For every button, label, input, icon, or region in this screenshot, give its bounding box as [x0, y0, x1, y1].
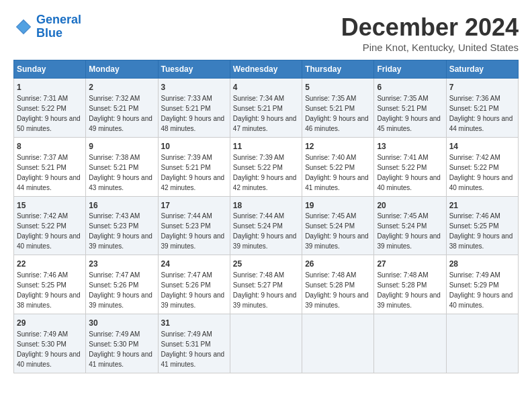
- title-area: December 2024 Pine Knot, Kentucky, Unite…: [341, 13, 519, 53]
- day-detail: Sunrise: 7:46 AM Sunset: 5:25 PM Dayligh…: [17, 271, 81, 309]
- logo-line1: General: [36, 13, 81, 26]
- main-title: December 2024: [341, 13, 519, 42]
- day-number: 29: [17, 318, 83, 329]
- day-detail: Sunrise: 7:38 AM Sunset: 5:21 PM Dayligh…: [89, 154, 152, 191]
- day-detail: Sunrise: 7:48 AM Sunset: 5:28 PM Dayligh…: [377, 271, 441, 309]
- day-detail: Sunrise: 7:41 AM Sunset: 5:22 PM Dayligh…: [377, 154, 441, 191]
- calendar-cell: 20Sunrise: 7:45 AM Sunset: 5:24 PM Dayli…: [374, 196, 446, 255]
- day-number: 19: [305, 200, 371, 212]
- header: General Blue December 2024 Pine Knot, Ke…: [13, 13, 519, 53]
- day-detail: Sunrise: 7:34 AM Sunset: 5:21 PM Dayligh…: [233, 95, 297, 132]
- logo-line2: Blue: [36, 26, 62, 40]
- day-detail: Sunrise: 7:45 AM Sunset: 5:24 PM Dayligh…: [377, 212, 441, 250]
- day-detail: Sunrise: 7:43 AM Sunset: 5:23 PM Dayligh…: [89, 212, 152, 250]
- logo-text: General Blue: [36, 13, 81, 40]
- calendar-cell: 13Sunrise: 7:41 AM Sunset: 5:22 PM Dayli…: [374, 137, 446, 196]
- day-detail: Sunrise: 7:33 AM Sunset: 5:21 PM Dayligh…: [161, 95, 225, 132]
- day-header-thursday: Thursday: [302, 60, 374, 79]
- day-header-sunday: Sunday: [14, 60, 86, 79]
- day-detail: Sunrise: 7:37 AM Sunset: 5:21 PM Dayligh…: [17, 154, 81, 191]
- calendar-cell: 25Sunrise: 7:48 AM Sunset: 5:27 PM Dayli…: [230, 255, 302, 314]
- day-detail: Sunrise: 7:32 AM Sunset: 5:21 PM Dayligh…: [89, 95, 152, 132]
- calendar-cell: [230, 314, 302, 373]
- day-number: 30: [89, 318, 154, 329]
- calendar-cell: 16Sunrise: 7:43 AM Sunset: 5:23 PM Dayli…: [86, 196, 158, 255]
- calendar-cell: 27Sunrise: 7:48 AM Sunset: 5:28 PM Dayli…: [374, 255, 446, 314]
- calendar-cell: 15Sunrise: 7:42 AM Sunset: 5:22 PM Dayli…: [14, 196, 86, 255]
- day-detail: Sunrise: 7:46 AM Sunset: 5:25 PM Dayligh…: [449, 212, 513, 250]
- day-header-monday: Monday: [86, 60, 158, 79]
- calendar-cell: 2Sunrise: 7:32 AM Sunset: 5:21 PM Daylig…: [86, 79, 158, 138]
- day-number: 8: [17, 141, 83, 152]
- week-row-5: 29Sunrise: 7:49 AM Sunset: 5:30 PM Dayli…: [14, 314, 519, 373]
- day-number: 20: [377, 200, 443, 212]
- day-number: 1: [17, 82, 83, 93]
- week-row-4: 22Sunrise: 7:46 AM Sunset: 5:25 PM Dayli…: [14, 255, 519, 314]
- calendar-cell: 21Sunrise: 7:46 AM Sunset: 5:25 PM Dayli…: [446, 196, 518, 255]
- calendar-cell: 26Sunrise: 7:48 AM Sunset: 5:28 PM Dayli…: [302, 255, 374, 314]
- day-number: 22: [17, 259, 83, 270]
- day-number: 16: [89, 200, 154, 212]
- calendar-cell: [446, 314, 518, 373]
- calendar-header: SundayMondayTuesdayWednesdayThursdayFrid…: [14, 60, 519, 79]
- calendar-cell: 11Sunrise: 7:39 AM Sunset: 5:22 PM Dayli…: [230, 137, 302, 196]
- day-number: 26: [305, 259, 371, 270]
- day-number: 17: [161, 200, 227, 212]
- day-detail: Sunrise: 7:31 AM Sunset: 5:22 PM Dayligh…: [17, 95, 81, 132]
- day-detail: Sunrise: 7:42 AM Sunset: 5:22 PM Dayligh…: [17, 212, 81, 250]
- day-header-saturday: Saturday: [446, 60, 518, 79]
- calendar-cell: 5Sunrise: 7:35 AM Sunset: 5:21 PM Daylig…: [302, 79, 374, 138]
- calendar-cell: 6Sunrise: 7:35 AM Sunset: 5:21 PM Daylig…: [374, 79, 446, 138]
- calendar-cell: 17Sunrise: 7:44 AM Sunset: 5:23 PM Dayli…: [158, 196, 230, 255]
- calendar-cell: 23Sunrise: 7:47 AM Sunset: 5:26 PM Dayli…: [86, 255, 158, 314]
- subtitle: Pine Knot, Kentucky, United States: [341, 42, 519, 53]
- week-row-1: 1Sunrise: 7:31 AM Sunset: 5:22 PM Daylig…: [14, 79, 519, 138]
- day-number: 28: [449, 259, 515, 270]
- day-header-tuesday: Tuesday: [158, 60, 230, 79]
- calendar-cell: [374, 314, 446, 373]
- calendar-cell: 28Sunrise: 7:49 AM Sunset: 5:29 PM Dayli…: [446, 255, 518, 314]
- day-header-wednesday: Wednesday: [230, 60, 302, 79]
- calendar-cell: 7Sunrise: 7:36 AM Sunset: 5:21 PM Daylig…: [446, 79, 518, 138]
- day-detail: Sunrise: 7:48 AM Sunset: 5:27 PM Dayligh…: [233, 271, 297, 309]
- calendar-cell: [302, 314, 374, 373]
- day-detail: Sunrise: 7:35 AM Sunset: 5:21 PM Dayligh…: [377, 95, 441, 132]
- calendar-cell: 10Sunrise: 7:39 AM Sunset: 5:21 PM Dayli…: [158, 137, 230, 196]
- day-detail: Sunrise: 7:49 AM Sunset: 5:30 PM Dayligh…: [89, 330, 152, 368]
- week-row-2: 8Sunrise: 7:37 AM Sunset: 5:21 PM Daylig…: [14, 137, 519, 196]
- day-detail: Sunrise: 7:35 AM Sunset: 5:21 PM Dayligh…: [305, 95, 369, 132]
- day-number: 21: [449, 200, 515, 212]
- day-detail: Sunrise: 7:47 AM Sunset: 5:26 PM Dayligh…: [89, 271, 152, 309]
- calendar-cell: 19Sunrise: 7:45 AM Sunset: 5:24 PM Dayli…: [302, 196, 374, 255]
- calendar-cell: 12Sunrise: 7:40 AM Sunset: 5:22 PM Dayli…: [302, 137, 374, 196]
- day-detail: Sunrise: 7:48 AM Sunset: 5:28 PM Dayligh…: [305, 271, 369, 309]
- day-number: 13: [377, 141, 443, 152]
- calendar-cell: 30Sunrise: 7:49 AM Sunset: 5:30 PM Dayli…: [86, 314, 158, 373]
- day-detail: Sunrise: 7:44 AM Sunset: 5:23 PM Dayligh…: [161, 212, 225, 250]
- day-detail: Sunrise: 7:36 AM Sunset: 5:21 PM Dayligh…: [449, 95, 513, 132]
- day-detail: Sunrise: 7:49 AM Sunset: 5:29 PM Dayligh…: [449, 271, 513, 309]
- calendar-cell: 1Sunrise: 7:31 AM Sunset: 5:22 PM Daylig…: [14, 79, 86, 138]
- calendar-cell: 18Sunrise: 7:44 AM Sunset: 5:24 PM Dayli…: [230, 196, 302, 255]
- day-number: 9: [89, 141, 154, 152]
- day-number: 2: [89, 82, 154, 93]
- day-detail: Sunrise: 7:39 AM Sunset: 5:22 PM Dayligh…: [233, 154, 297, 191]
- calendar-table: SundayMondayTuesdayWednesdayThursdayFrid…: [13, 60, 519, 373]
- calendar-cell: 9Sunrise: 7:38 AM Sunset: 5:21 PM Daylig…: [86, 137, 158, 196]
- day-detail: Sunrise: 7:42 AM Sunset: 5:22 PM Dayligh…: [449, 154, 513, 191]
- calendar-cell: 29Sunrise: 7:49 AM Sunset: 5:30 PM Dayli…: [14, 314, 86, 373]
- day-number: 7: [449, 82, 515, 93]
- day-number: 18: [233, 200, 299, 212]
- day-number: 10: [161, 141, 227, 152]
- day-number: 23: [89, 259, 154, 270]
- day-number: 31: [161, 318, 227, 329]
- day-header-friday: Friday: [374, 60, 446, 79]
- day-detail: Sunrise: 7:44 AM Sunset: 5:24 PM Dayligh…: [233, 212, 297, 250]
- calendar-cell: 3Sunrise: 7:33 AM Sunset: 5:21 PM Daylig…: [158, 79, 230, 138]
- calendar-cell: 22Sunrise: 7:46 AM Sunset: 5:25 PM Dayli…: [14, 255, 86, 314]
- day-number: 3: [161, 82, 227, 93]
- calendar-cell: 31Sunrise: 7:49 AM Sunset: 5:31 PM Dayli…: [158, 314, 230, 373]
- day-detail: Sunrise: 7:49 AM Sunset: 5:30 PM Dayligh…: [17, 330, 81, 368]
- day-number: 24: [161, 259, 227, 270]
- svg-marker-1: [17, 21, 30, 33]
